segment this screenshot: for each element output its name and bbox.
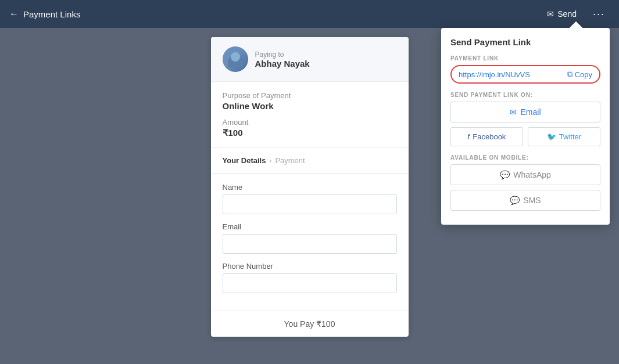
avatar bbox=[223, 46, 248, 72]
email-label: Email bbox=[223, 222, 397, 231]
name-field-group: Name bbox=[223, 183, 397, 214]
header: ← Payment Links ✉ Send ··· bbox=[0, 0, 619, 28]
link-section-label: PAYMENT LINK bbox=[450, 55, 600, 62]
email-field-group: Email bbox=[223, 222, 397, 254]
steps-breadcrumb: Your Details › Payment bbox=[211, 148, 409, 174]
whatsapp-button[interactable]: 💬 WhatsApp bbox=[450, 164, 600, 185]
payment-details-section: Purpose of Payment Online Work Amount ₹1… bbox=[211, 82, 409, 148]
amount-value: ₹100 bbox=[223, 128, 397, 138]
send-on-section: SEND PAYMENT LINK ON: ✉ Email f Facebook… bbox=[450, 92, 600, 146]
twitter-button[interactable]: 🐦 Twitter bbox=[528, 127, 600, 146]
send-on-label: SEND PAYMENT LINK ON: bbox=[450, 92, 600, 98]
purpose-label: Purpose of Payment bbox=[223, 91, 397, 100]
phone-field-group: Phone Number bbox=[223, 262, 397, 293]
back-arrow-icon: ← bbox=[9, 9, 19, 19]
back-navigation[interactable]: ← Payment Links bbox=[9, 9, 80, 19]
purpose-value: Online Work bbox=[223, 101, 397, 111]
you-pay-text: You Pay ₹100 bbox=[284, 319, 335, 329]
email-icon: ✉ bbox=[510, 107, 517, 117]
phone-label: Phone Number bbox=[223, 262, 397, 271]
email-input[interactable] bbox=[223, 234, 397, 254]
payment-footer: You Pay ₹100 bbox=[211, 311, 409, 337]
email-send-button[interactable]: ✉ Email bbox=[450, 102, 600, 122]
link-section: PAYMENT LINK https://imjo.in/NUvVS ⧉ Cop… bbox=[450, 55, 600, 84]
purpose-row: Purpose of Payment Online Work bbox=[223, 91, 397, 111]
paying-to-section: Paying to Abhay Nayak bbox=[211, 37, 409, 82]
send-payment-panel: Send Payment Link PAYMENT LINK https://i… bbox=[441, 28, 610, 225]
payment-card: Paying to Abhay Nayak Purpose of Payment… bbox=[211, 37, 409, 337]
paying-to-name: Abhay Nayak bbox=[255, 59, 310, 69]
step-your-details: Your Details bbox=[223, 156, 266, 165]
header-actions: ✉ Send ··· bbox=[542, 6, 610, 23]
main-content: Paying to Abhay Nayak Purpose of Payment… bbox=[0, 28, 619, 364]
amount-label: Amount bbox=[223, 118, 397, 127]
sms-button[interactable]: 💬 SMS bbox=[450, 190, 600, 211]
chevron-right-icon: › bbox=[269, 157, 271, 165]
mobile-section: AVAILABLE ON MOBILE: 💬 WhatsApp 💬 SMS bbox=[450, 154, 600, 211]
paying-to-label: Paying to bbox=[255, 51, 310, 59]
mobile-label: AVAILABLE ON MOBILE: bbox=[450, 154, 600, 161]
paying-to-text: Paying to Abhay Nayak bbox=[255, 51, 310, 69]
copy-button[interactable]: ⧉ Copy bbox=[567, 70, 592, 79]
header-title: Payment Links bbox=[23, 9, 80, 19]
facebook-button[interactable]: f Facebook bbox=[450, 127, 523, 146]
avatar-image bbox=[223, 46, 248, 72]
name-label: Name bbox=[223, 183, 397, 192]
copy-icon: ⧉ bbox=[567, 70, 573, 79]
payment-link-url: https://imjo.in/NUvVS bbox=[459, 70, 530, 79]
amount-row: Amount ₹100 bbox=[223, 118, 397, 138]
whatsapp-icon: 💬 bbox=[500, 170, 510, 179]
twitter-icon: 🐦 bbox=[547, 132, 556, 141]
send-panel-title: Send Payment Link bbox=[450, 37, 600, 47]
send-button[interactable]: ✉ Send bbox=[542, 7, 581, 21]
facebook-icon: f bbox=[468, 132, 470, 141]
link-row: https://imjo.in/NUvVS ⧉ Copy bbox=[450, 65, 600, 84]
more-options-button[interactable]: ··· bbox=[588, 6, 610, 23]
sms-icon: 💬 bbox=[510, 196, 520, 205]
name-input[interactable] bbox=[223, 194, 397, 214]
phone-input[interactable] bbox=[223, 273, 397, 293]
envelope-icon: ✉ bbox=[547, 9, 554, 19]
step-payment: Payment bbox=[275, 156, 305, 165]
social-buttons-row: f Facebook 🐦 Twitter bbox=[450, 127, 600, 146]
form-section: Name Email Phone Number bbox=[211, 174, 409, 311]
